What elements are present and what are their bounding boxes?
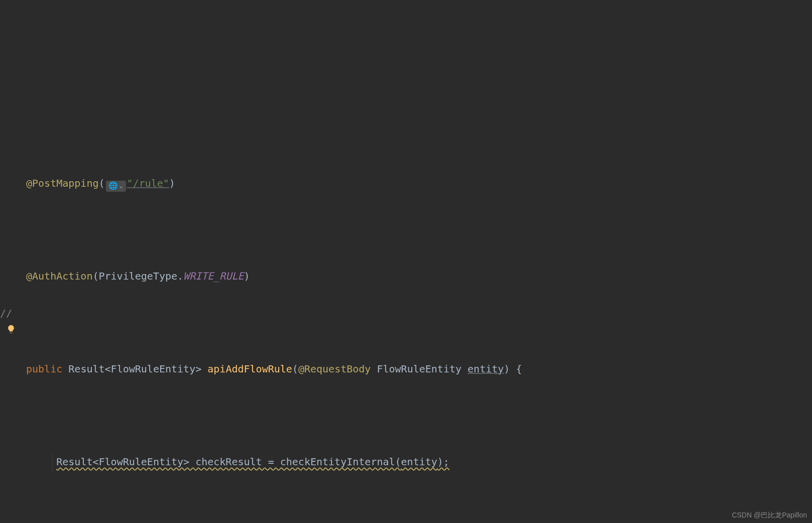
- string-literal: "/rule": [127, 177, 169, 189]
- code-line[interactable]: Result<FlowRuleEntity> checkResult = che…: [26, 453, 812, 471]
- static-field: WRITE_RULE: [183, 270, 244, 282]
- editor-gutter: //: [0, 7, 22, 523]
- globe-icon[interactable]: 🌐⌄: [106, 181, 126, 192]
- lightbulb-icon[interactable]: [6, 324, 16, 334]
- gutter-comment-marker: //: [0, 304, 12, 323]
- code-line[interactable]: @PostMapping(🌐⌄"/rule"): [26, 174, 812, 193]
- code-line[interactable]: @AuthAction(PrivilegeType.WRITE_RULE): [26, 267, 812, 286]
- watermark-text: CSDN @巴比龙Papillon: [732, 511, 807, 520]
- method-name: apiAddFlowRule: [207, 363, 292, 375]
- chevron-down-icon: ⌄: [119, 177, 123, 195]
- annotation: @AuthAction: [26, 270, 92, 282]
- code-line[interactable]: public Result<FlowRuleEntity> apiAddFlow…: [26, 360, 812, 378]
- code-editor[interactable]: // @PostMapping(🌐⌄"/rule") @AuthAction(P…: [0, 0, 812, 523]
- annotation: @PostMapping: [26, 177, 99, 189]
